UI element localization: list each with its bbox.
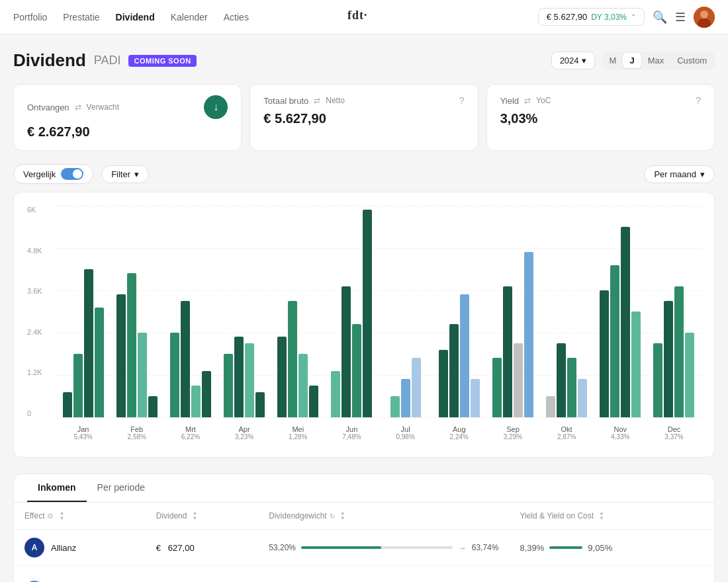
table-row: A Allianz € 627,00 53,20% xyxy=(14,530,714,566)
x-label-okt: Okt2,87% xyxy=(540,420,594,444)
portfolio-value-badge[interactable]: € 5.627,90 DY 3,03% ⌃ xyxy=(538,8,645,26)
weight-arrow-icon: → xyxy=(458,543,467,553)
th-yield-label: Yield & Yield on Cost xyxy=(520,511,594,520)
yield-sort-icon[interactable]: ▲▼ xyxy=(599,511,604,521)
bar-sep-2 xyxy=(514,343,523,417)
bar-okt-2 xyxy=(567,358,576,417)
bar-feb-2 xyxy=(138,333,147,417)
nav-portfolio[interactable]: Portfolio xyxy=(13,12,47,22)
tab-inkomen[interactable]: Inkomen xyxy=(27,474,87,502)
bar-apr-2 xyxy=(245,343,254,417)
y-label-12k: 1.2K xyxy=(27,368,54,376)
dividend-sort-icon[interactable]: ▲▼ xyxy=(192,511,197,521)
year-select[interactable]: 2024 ▾ xyxy=(551,52,595,69)
bar-jan-3 xyxy=(95,308,104,417)
month-group-mei xyxy=(271,206,325,417)
nav-prestatie[interactable]: Prestatie xyxy=(63,12,99,22)
settings-icon[interactable]: ⚙ xyxy=(47,512,54,520)
dy-badge: DY 3,03% xyxy=(591,13,627,22)
year-arrow-icon: ▾ xyxy=(582,56,586,65)
menu-button[interactable]: ☰ xyxy=(675,10,686,24)
month-group-dec xyxy=(647,206,701,417)
chart-bars xyxy=(56,206,701,417)
bar-mrt-3 xyxy=(202,371,211,417)
download-icon: ↓ xyxy=(204,95,228,119)
bar-mei-3 xyxy=(309,386,318,417)
coming-soon-badge: COMING SOON xyxy=(128,55,196,67)
th-dividend-label: Dividend xyxy=(156,511,187,520)
company-name: Allianz xyxy=(51,543,76,553)
x-label-mei: Mei1,28% xyxy=(271,420,325,444)
ontvangen-value: € 2.627,90 xyxy=(27,124,228,140)
user-avatar[interactable] xyxy=(694,7,715,28)
nav-right: € 5.627,90 DY 3,03% ⌃ 🔍 ☰ xyxy=(538,7,715,28)
filter-button[interactable]: Filter ▾ xyxy=(101,165,149,183)
tab-max[interactable]: Max xyxy=(641,53,671,68)
month-group-nov xyxy=(594,206,647,417)
ontvangen-card: Ontvangen ⇄ Verwacht ↓ € 2.627,90 xyxy=(13,84,242,151)
totaal-info-icon[interactable]: ? xyxy=(459,95,465,106)
vergelijk-button[interactable]: Vergelijk xyxy=(13,164,93,184)
vergelijk-label: Vergelijk xyxy=(23,169,56,179)
svg-point-2 xyxy=(700,11,708,19)
x-label-aug: Aug2,24% xyxy=(432,420,486,444)
tab-j[interactable]: J xyxy=(623,53,641,68)
nav-kalender[interactable]: Kalender xyxy=(171,12,208,22)
bar-jul-2 xyxy=(412,358,421,417)
per-maand-button[interactable]: Per maand ▾ xyxy=(644,165,715,183)
tab-per-periode[interactable]: Per periode xyxy=(87,474,156,502)
effect-sort-icon[interactable]: ▲▼ xyxy=(59,511,64,521)
totaal-bruto-label: Totaal bruto xyxy=(263,96,308,106)
y-label-6k: 6K xyxy=(27,206,54,214)
svg-text:fdt·: fdt· xyxy=(347,9,368,22)
tab-custom[interactable]: Custom xyxy=(670,53,713,68)
currency-symbol: € xyxy=(156,543,161,553)
th-effect: Effect ⚙ ▲▼ xyxy=(14,503,146,530)
bar-dec-2 xyxy=(674,286,684,417)
y-label-48k: 4.8K xyxy=(27,247,54,255)
search-button[interactable]: 🔍 xyxy=(653,10,667,24)
bar-okt-1 xyxy=(557,343,566,417)
vergelijk-toggle[interactable] xyxy=(61,168,83,180)
allianz-logo: A xyxy=(24,538,44,558)
left-controls: Vergelijk Filter ▾ xyxy=(13,164,149,184)
page-header: Dividend PADI COMING SOON 2024 ▾ M J Max… xyxy=(13,50,715,71)
dividend-chart: 6K 4.8K 3.6K 2.4K 1.2K 0 Jan5,43%Feb2,58… xyxy=(13,192,715,458)
refresh-icon[interactable]: ↻ xyxy=(330,513,335,520)
month-group-apr xyxy=(218,206,271,417)
bar-feb-3 xyxy=(148,396,158,417)
page-subtitle: PADI xyxy=(94,54,121,67)
dividend-cell: € 627,00 xyxy=(146,530,259,566)
bar-dec-3 xyxy=(685,333,694,417)
yield-label: Yield xyxy=(500,96,519,106)
month-group-jun xyxy=(325,206,379,417)
th-dividendgewicht: Dividendgewicht ↻ ▲▼ xyxy=(258,503,509,530)
x-label-sep: Sep3,29% xyxy=(486,420,539,444)
bar-mrt-0 xyxy=(170,333,179,417)
tab-m[interactable]: M xyxy=(603,53,623,68)
nav-acties[interactable]: Acties xyxy=(224,12,249,22)
bar-aug-2 xyxy=(460,294,469,417)
x-label-feb: Feb2,58% xyxy=(110,420,163,444)
period-tabs: M J Max Custom xyxy=(602,52,715,69)
bar-feb-1 xyxy=(127,273,136,417)
table-row-placeholder xyxy=(14,566,714,583)
bar-feb-0 xyxy=(116,294,126,417)
nav-links: Portfolio Prestatie Dividend Kalender Ac… xyxy=(13,12,538,22)
bar-nov-2 xyxy=(621,227,630,417)
yield-pct: 8,39% xyxy=(520,543,544,553)
bar-jan-1 xyxy=(73,354,83,417)
weight-sort-icon[interactable]: ▲▼ xyxy=(340,511,345,521)
th-yield: Yield & Yield on Cost ▲▼ xyxy=(509,503,714,530)
filter-arrow-icon: ▾ xyxy=(134,169,139,179)
dividend-amount: 627,00 xyxy=(168,543,195,553)
x-label-jun: Jun7,48% xyxy=(325,420,379,444)
bar-jun-1 xyxy=(341,286,351,417)
table-header-row: Effect ⚙ ▲▼ Dividend ▲▼ xyxy=(14,503,714,530)
badge-arrow-icon: ⌃ xyxy=(631,13,636,21)
nav-dividend[interactable]: Dividend xyxy=(116,12,155,22)
yield-info-icon[interactable]: ? xyxy=(696,95,701,106)
ontvangen-label: Ontvangen xyxy=(27,103,69,112)
netto-label: Netto xyxy=(326,96,345,105)
bar-okt-3 xyxy=(578,379,587,417)
